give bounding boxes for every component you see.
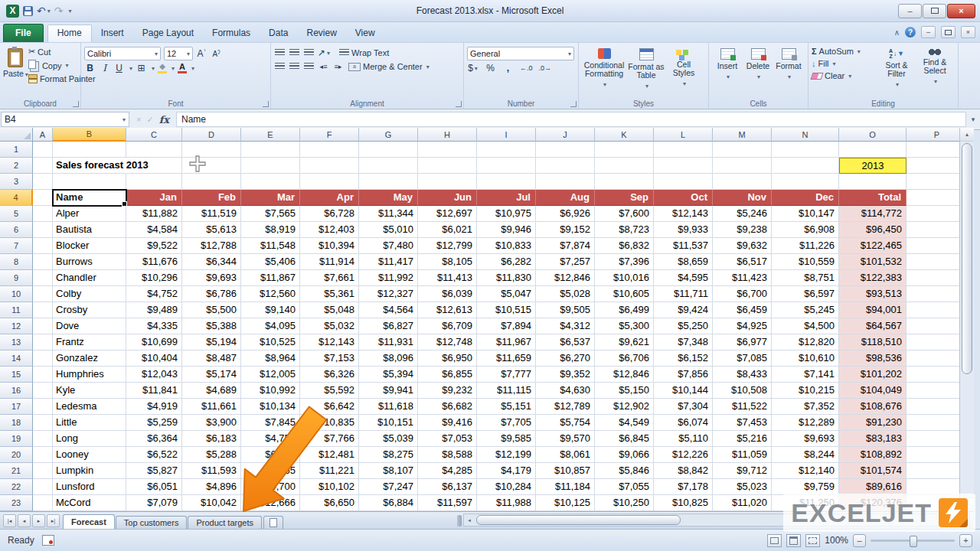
row-header-7[interactable]: 7 [0, 238, 33, 254]
number-dialog-launcher-icon[interactable] [570, 101, 577, 107]
cell-G15[interactable]: $5,394 [359, 367, 418, 383]
cell-J5[interactable]: $6,926 [536, 206, 595, 222]
column-header-B[interactable]: B [53, 128, 126, 142]
cell-K17[interactable]: $12,902 [595, 399, 654, 415]
cell-K22[interactable]: $7,055 [595, 479, 654, 495]
cell-D12[interactable]: $5,388 [182, 318, 241, 334]
cell-L2[interactable] [654, 158, 713, 174]
insert-function-button[interactable]: fx [159, 114, 169, 126]
cell-P5[interactable] [906, 206, 959, 222]
workbook-close-button[interactable]: × [961, 26, 975, 38]
orientation-button[interactable]: ↗▾ [318, 47, 330, 59]
cell-P6[interactable] [906, 222, 959, 238]
cell-D21[interactable]: $11,593 [182, 463, 241, 479]
font-dialog-launcher-icon[interactable] [263, 101, 269, 107]
sort-filter-button[interactable]: AZ↓▼ Sort & Filter ▾ [877, 45, 916, 99]
tab-scroll-splitter[interactable] [457, 515, 462, 527]
cell-B10[interactable]: Colby [53, 286, 126, 302]
cell-H22[interactable]: $6,137 [418, 479, 477, 495]
cell-D4[interactable]: Feb [182, 190, 241, 206]
tab-review[interactable]: Review [297, 24, 345, 42]
cell-A11[interactable] [33, 302, 53, 318]
cell-L22[interactable]: $7,178 [654, 479, 713, 495]
cell-C20[interactable]: $6,522 [126, 447, 182, 463]
page-break-view-button[interactable] [805, 534, 820, 547]
cell-D9[interactable]: $9,693 [182, 270, 241, 286]
cell-H8[interactable]: $8,105 [418, 254, 477, 270]
column-header-C[interactable]: C [126, 128, 182, 142]
column-header-P[interactable]: P [906, 128, 959, 142]
cell-C4[interactable]: Jan [126, 190, 182, 206]
cell-D11[interactable]: $5,500 [182, 302, 241, 318]
sheet-tab-top-customers[interactable]: Top customers [116, 516, 188, 529]
formula-content[interactable]: Name [176, 112, 966, 127]
cell-K6[interactable]: $8,723 [595, 222, 654, 238]
cell-A18[interactable] [33, 415, 53, 431]
cell-E16[interactable]: $10,992 [241, 383, 300, 399]
format-as-table-button[interactable]: Format as Table ▾ [626, 45, 666, 99]
cell-I21[interactable]: $4,179 [477, 463, 536, 479]
cell-P17[interactable] [906, 399, 959, 415]
zoom-in-button[interactable]: + [959, 534, 972, 547]
cell-N7[interactable]: $11,226 [772, 238, 839, 254]
row-header-22[interactable]: 22 [0, 479, 33, 495]
cell-K3[interactable] [595, 174, 654, 190]
cell-C7[interactable]: $9,522 [126, 238, 182, 254]
cell-A12[interactable] [33, 318, 53, 334]
cell-L12[interactable]: $5,250 [654, 318, 713, 334]
cell-P8[interactable] [906, 254, 959, 270]
cell-I16[interactable]: $11,115 [477, 383, 536, 399]
row-header-1[interactable]: 1 [0, 142, 33, 158]
tab-page-layout[interactable]: Page Layout [133, 24, 203, 42]
cell-N22[interactable]: $9,759 [772, 479, 839, 495]
row-header-12[interactable]: 12 [0, 318, 33, 334]
last-sheet-icon[interactable]: ▸| [47, 514, 60, 527]
cell-P1[interactable] [906, 142, 959, 158]
cell-J7[interactable]: $7,874 [536, 238, 595, 254]
row-header-8[interactable]: 8 [0, 254, 33, 270]
cell-G9[interactable]: $11,992 [359, 270, 418, 286]
cell-B17[interactable]: Ledesma [53, 399, 126, 415]
cell-F23[interactable]: $6,650 [300, 495, 359, 511]
cell-A13[interactable] [33, 334, 53, 350]
fill-color-button[interactable]: ◆ [158, 63, 167, 73]
cell-K15[interactable]: $12,846 [595, 367, 654, 383]
cell-L21[interactable]: $8,842 [654, 463, 713, 479]
tab-file[interactable]: File [3, 24, 44, 42]
cell-K21[interactable]: $5,846 [595, 463, 654, 479]
cell-C8[interactable]: $11,676 [126, 254, 182, 270]
cell-O6[interactable]: $96,450 [839, 222, 906, 238]
cell-D5[interactable]: $11,519 [182, 206, 241, 222]
align-left-button[interactable] [274, 60, 286, 73]
cell-B3[interactable] [53, 174, 126, 190]
column-header-F[interactable]: F [300, 128, 359, 142]
cell-F1[interactable] [300, 142, 359, 158]
cell-M1[interactable] [713, 142, 772, 158]
cell-I17[interactable]: $5,151 [477, 399, 536, 415]
cell-J6[interactable]: $9,152 [536, 222, 595, 238]
delete-cells-button[interactable]: Delete ▾ [743, 45, 773, 99]
qat-customize-button[interactable]: ▾ [67, 8, 71, 15]
font-size-select[interactable]: 12 ▾ [164, 47, 193, 60]
cell-P11[interactable] [906, 302, 959, 318]
cell-A17[interactable] [33, 399, 53, 415]
cell-I13[interactable]: $11,967 [477, 334, 536, 350]
cell-M13[interactable]: $6,977 [713, 334, 772, 350]
cell-A23[interactable] [33, 495, 53, 511]
help-icon[interactable]: ? [905, 27, 916, 37]
cell-G13[interactable]: $11,931 [359, 334, 418, 350]
cell-M10[interactable]: $6,700 [713, 286, 772, 302]
cell-H12[interactable]: $6,709 [418, 318, 477, 334]
cell-P7[interactable] [906, 238, 959, 254]
column-header-I[interactable]: I [477, 128, 536, 142]
cell-M3[interactable] [713, 174, 772, 190]
cell-J21[interactable]: $10,857 [536, 463, 595, 479]
insert-worksheet-button[interactable] [263, 516, 283, 529]
cell-J16[interactable]: $4,630 [536, 383, 595, 399]
maximize-button[interactable] [923, 4, 946, 18]
cell-P14[interactable] [906, 350, 959, 367]
cell-F17[interactable]: $6,642 [300, 399, 359, 415]
cell-L13[interactable]: $7,348 [654, 334, 713, 350]
cell-L9[interactable]: $4,595 [654, 270, 713, 286]
cell-J22[interactable]: $11,184 [536, 479, 595, 495]
